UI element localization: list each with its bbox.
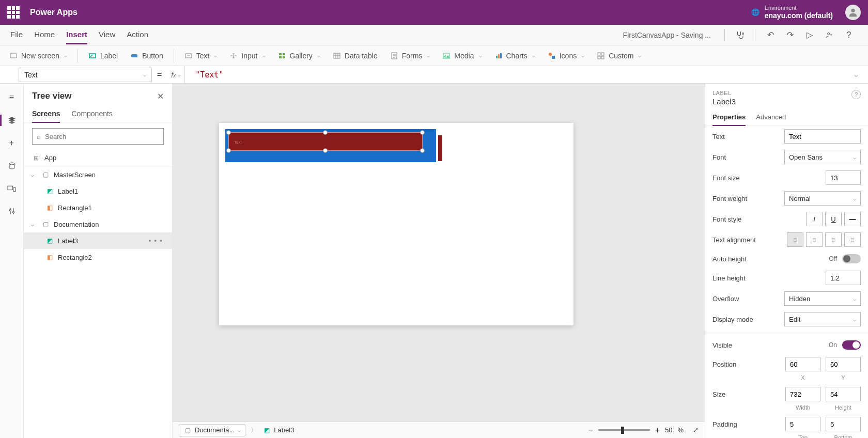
share-button[interactable]	[820, 26, 838, 44]
new-screen-button[interactable]: New screen	[4, 49, 72, 63]
zoom-slider[interactable]	[598, 429, 650, 431]
prop-font-select[interactable]: Open Sans⌵	[784, 150, 861, 164]
user-avatar[interactable]	[845, 5, 861, 20]
prop-height-input[interactable]	[826, 387, 861, 401]
prop-padtop-input[interactable]	[785, 417, 820, 431]
help-icon[interactable]: ?	[851, 90, 861, 99]
tree-search-input[interactable]	[45, 133, 159, 140]
tree-item-label3[interactable]: ◩ Label3 • • •	[24, 232, 172, 249]
add-button[interactable]: +	[4, 135, 20, 151]
visible-toggle[interactable]	[842, 340, 861, 350]
button-button[interactable]: Button	[125, 49, 168, 63]
waffle-icon[interactable]	[7, 6, 20, 19]
menu-file[interactable]: File	[10, 26, 23, 44]
tree-screen-master[interactable]: ⌵ ▢ MasterScreen	[24, 166, 172, 183]
label-control-selected[interactable]: Text	[228, 132, 423, 151]
media-dropdown[interactable]: Media	[437, 49, 487, 63]
custom-dropdown[interactable]: Custom	[592, 49, 646, 63]
app-checker-button[interactable]	[731, 26, 749, 44]
canvas-area[interactable]: Text ▢ Documenta... ⌵ 〉 ◩ Label	[173, 84, 705, 438]
rectangle-edge	[438, 135, 442, 161]
tree-item-label1[interactable]: ◩ Label1	[24, 183, 172, 199]
tree-search[interactable]: ⌕	[32, 128, 164, 145]
search-icon: ⌕	[37, 133, 41, 140]
screen-icon: ▢	[183, 426, 192, 434]
resize-handle-se[interactable]	[420, 148, 425, 153]
more-options-button[interactable]: • • •	[146, 237, 166, 245]
redo-button[interactable]: ↷	[781, 26, 799, 44]
italic-button[interactable]: I	[806, 212, 823, 226]
prop-padbottom-input[interactable]	[826, 417, 861, 431]
charts-dropdown[interactable]: Charts	[489, 49, 540, 63]
menu-home[interactable]: Home	[34, 26, 55, 44]
label-button[interactable]: Label	[83, 49, 123, 63]
zoom-in-button[interactable]: +	[655, 426, 660, 435]
data-table-button[interactable]: Data table	[328, 49, 383, 63]
menu-insert[interactable]: Insert	[66, 26, 87, 44]
screen-icon	[9, 52, 18, 60]
input-dropdown[interactable]: Input	[224, 49, 270, 63]
underline-button[interactable]: U	[825, 212, 842, 226]
gallery-dropdown[interactable]: Gallery	[273, 49, 326, 63]
fit-screen-button[interactable]: ⤢	[693, 426, 699, 434]
collapse-icon[interactable]: ⌵	[31, 172, 37, 178]
tree-item-rectangle1[interactable]: ◧ Rectangle1	[24, 199, 172, 216]
resize-handle-s[interactable]	[323, 148, 328, 153]
align-left-button[interactable]: ≡	[787, 232, 803, 247]
rectangle-control[interactable]: Text	[225, 129, 436, 162]
tree-item-rectangle2[interactable]: ◧ Rectangle2	[24, 249, 172, 265]
prop-lineheight-input[interactable]	[826, 271, 861, 285]
tree-view-button[interactable]	[4, 113, 20, 128]
screen-icon: ▢	[41, 220, 50, 228]
breadcrumb-control[interactable]: ◩ Label3	[262, 426, 294, 434]
props-tab-advanced[interactable]: Advanced	[756, 109, 786, 126]
undo-button[interactable]: ↶	[762, 26, 779, 44]
close-tree-button[interactable]: ✕	[157, 91, 164, 101]
tree-tab-screens[interactable]: Screens	[32, 105, 60, 123]
collapse-icon[interactable]: ⌵	[31, 222, 37, 227]
resize-handle-ne[interactable]	[420, 130, 425, 135]
zoom-out-button[interactable]: −	[588, 426, 593, 435]
prop-displaymode-select[interactable]: Edit⌵	[784, 312, 861, 326]
resize-handle-nw[interactable]	[226, 130, 231, 135]
hamburger-button[interactable]: ≡	[4, 90, 20, 105]
help-button[interactable]: ?	[840, 26, 858, 44]
prop-y-input[interactable]	[826, 357, 861, 371]
canvas-screen[interactable]: Text	[219, 123, 574, 325]
forms-dropdown[interactable]: Forms	[385, 49, 436, 63]
tree-screen-documentation[interactable]: ⌵ ▢ Documentation	[24, 216, 172, 232]
zoom-value: 50	[665, 426, 672, 434]
data-button[interactable]	[4, 158, 20, 174]
prop-fontweight-select[interactable]: Normal⌵	[784, 191, 861, 206]
prop-width-input[interactable]	[785, 387, 820, 401]
prop-x-input[interactable]	[785, 357, 820, 371]
breadcrumb-screen[interactable]: ▢ Documenta... ⌵	[179, 424, 245, 436]
prop-fontsize-input[interactable]	[826, 170, 861, 185]
resize-handle-n[interactable]	[323, 130, 328, 135]
environment-picker[interactable]: 🌐 Environment enayu.com (default)	[751, 5, 833, 20]
strikethrough-button[interactable]: —	[844, 212, 861, 226]
align-right-button[interactable]: ≡	[825, 232, 842, 247]
align-center-button[interactable]: ≡	[806, 232, 823, 247]
media-button[interactable]	[4, 181, 20, 196]
tools-button[interactable]	[4, 204, 20, 219]
formula-expand-button[interactable]: ⌵	[849, 71, 863, 79]
tree-tab-components[interactable]: Components	[71, 105, 112, 122]
icons-dropdown[interactable]: Icons	[542, 49, 590, 63]
resize-handle-sw[interactable]	[226, 148, 231, 153]
prop-overflow-select[interactable]: Hidden⌵	[784, 291, 861, 306]
align-justify-button[interactable]: ≡	[844, 232, 861, 247]
text-dropdown[interactable]: Text	[179, 49, 223, 63]
formula-input[interactable]	[190, 66, 844, 83]
environment-icon: 🌐	[751, 8, 760, 16]
props-tab-properties[interactable]: Properties	[712, 109, 746, 126]
fx-dropdown[interactable]: fx⌵	[167, 66, 185, 83]
shapes-icon	[548, 52, 556, 60]
tree-app-item[interactable]: ⊞ App	[24, 150, 172, 166]
menu-action[interactable]: Action	[127, 26, 148, 44]
auto-height-toggle[interactable]	[842, 254, 861, 263]
property-dropdown[interactable]: Text⌵	[19, 68, 152, 82]
menu-view[interactable]: View	[99, 26, 115, 44]
prop-text-input[interactable]	[784, 129, 861, 144]
play-button[interactable]: ▷	[801, 26, 818, 44]
